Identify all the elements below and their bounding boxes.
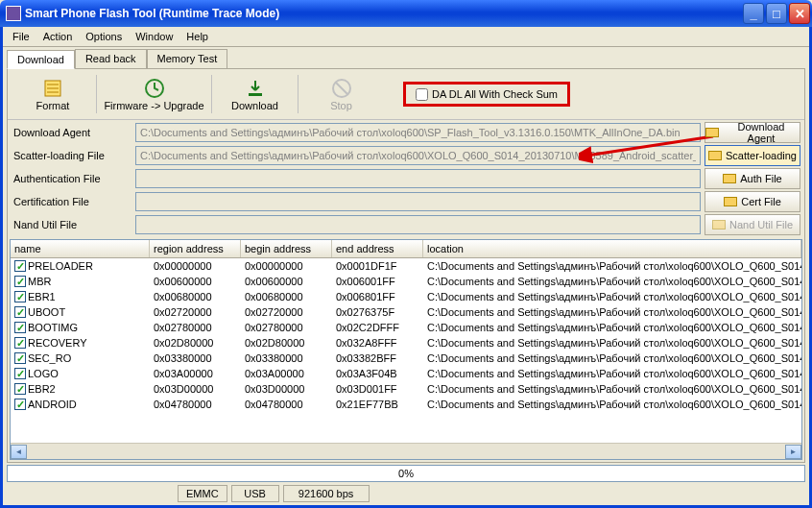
table-row[interactable]: ✓PRELOADER0x000000000x000000000x0001DF1F…: [11, 258, 801, 274]
scatter-label: Scatter-loading File: [12, 148, 131, 163]
row-checkbox[interactable]: ✓: [14, 260, 26, 272]
scroll-left-button[interactable]: ◄: [11, 445, 27, 459]
table-row[interactable]: ✓BOOTIMG0x027800000x027800000x02C2DFFFC:…: [11, 320, 801, 335]
folder-icon: [712, 220, 726, 230]
checksum-label: DA DL All With Check Sum: [432, 88, 558, 100]
titlebar[interactable]: Smart Phone Flash Tool (Runtime Trace Mo…: [0, 0, 812, 27]
col-begin[interactable]: begin address: [241, 240, 332, 257]
table-row[interactable]: ✓LOGO0x03A000000x03A000000x03A3F04BC:\Do…: [11, 366, 801, 381]
row-checkbox[interactable]: ✓: [14, 291, 26, 302]
table-row[interactable]: ✓EBR20x03D000000x03D000000x03D001FFC:\Do…: [11, 381, 801, 397]
tab-readback[interactable]: Read back: [75, 49, 147, 68]
folder-icon: [705, 128, 719, 137]
scatter-button[interactable]: Scatter-loading: [705, 145, 800, 166]
download-label: Download: [231, 100, 278, 111]
statusbar: EMMC USB 921600 bps: [7, 484, 805, 503]
tab-memtest[interactable]: Memory Test: [147, 49, 228, 68]
row-checkbox[interactable]: ✓: [14, 337, 26, 349]
tab-body: Format Firmware -> Upgrade Download Stop…: [7, 68, 805, 463]
table-row[interactable]: ✓MBR0x006000000x006000000x006001FFC:\Doc…: [11, 274, 801, 289]
status-usb: USB: [231, 485, 279, 502]
row-end: 0x0276375F: [332, 306, 423, 318]
row-begin: 0x03380000: [241, 352, 332, 364]
col-location[interactable]: location: [423, 240, 801, 257]
row-name: EBR1: [28, 291, 56, 302]
menubar: File Action Options Window Help: [3, 27, 809, 47]
row-end: 0x03A3F04B: [332, 368, 423, 379]
table-row[interactable]: ✓EBR10x006800000x006800000x006801FFC:\Do…: [11, 289, 801, 304]
toolbar: Format Firmware -> Upgrade Download Stop…: [8, 69, 804, 120]
row-end: 0x03382BFF: [332, 352, 423, 364]
nand-button[interactable]: Nand Util File: [705, 214, 800, 235]
row-location: C:\Documents and Settings\админъ\Рабочий…: [423, 276, 801, 287]
row-end: 0x006801FF: [332, 291, 423, 302]
row-name: SEC_RO: [28, 352, 71, 364]
table-row[interactable]: ✓UBOOT0x027200000x027200000x0276375FC:\D…: [11, 304, 801, 320]
table-header: name region address begin address end ad…: [11, 240, 801, 258]
menu-file[interactable]: File: [7, 29, 36, 44]
row-checkbox[interactable]: ✓: [14, 306, 26, 318]
checksum-checkbox[interactable]: [416, 88, 428, 101]
table-row[interactable]: ✓ANDROID0x047800000x047800000x21EF77BBC:…: [11, 397, 801, 412]
row-checkbox[interactable]: ✓: [14, 352, 26, 364]
menu-window[interactable]: Window: [130, 29, 179, 44]
format-button[interactable]: Format: [10, 75, 96, 113]
btn-label: Nand Util File: [729, 219, 793, 230]
folder-icon: [708, 151, 722, 160]
stop-icon: [330, 77, 353, 100]
btn-label: Cert File: [741, 196, 781, 207]
col-name[interactable]: name: [11, 240, 150, 257]
col-end[interactable]: end address: [332, 240, 423, 257]
minimize-button[interactable]: _: [743, 3, 764, 24]
app-icon: [6, 6, 21, 21]
menu-help[interactable]: Help: [180, 29, 214, 44]
btn-label: Download Agent: [723, 121, 800, 144]
download-agent-button[interactable]: Download Agent: [705, 122, 800, 143]
firmware-upgrade-button[interactable]: Firmware -> Upgrade: [96, 75, 211, 113]
row-location: C:\Documents and Settings\админъ\Рабочий…: [423, 306, 801, 318]
maximize-button[interactable]: □: [766, 3, 787, 24]
stop-label: Stop: [330, 100, 352, 111]
firmware-label: Firmware -> Upgrade: [104, 100, 203, 111]
row-location: C:\Documents and Settings\админъ\Рабочий…: [423, 291, 801, 302]
close-button[interactable]: ✕: [789, 3, 810, 24]
row-begin: 0x00680000: [241, 291, 332, 302]
download-button[interactable]: Download: [211, 75, 298, 113]
stop-button[interactable]: Stop: [298, 75, 384, 113]
menu-action[interactable]: Action: [37, 29, 79, 44]
row-checkbox[interactable]: ✓: [14, 368, 26, 379]
row-checkbox[interactable]: ✓: [14, 276, 26, 287]
row-region: 0x02780000: [150, 322, 241, 333]
auth-button[interactable]: Auth File: [705, 168, 800, 189]
row-region: 0x02D80000: [150, 337, 241, 349]
cert-label: Certification File: [12, 194, 131, 209]
auth-path[interactable]: [135, 169, 701, 188]
col-region[interactable]: region address: [150, 240, 241, 257]
row-region: 0x00680000: [150, 291, 241, 302]
row-begin: 0x00600000: [241, 276, 332, 287]
row-begin: 0x02780000: [241, 322, 332, 333]
cert-path[interactable]: [135, 192, 701, 211]
tab-download[interactable]: Download: [7, 50, 75, 69]
h-scrollbar[interactable]: ◄ ►: [11, 443, 801, 459]
menu-options[interactable]: Options: [80, 29, 128, 44]
row-location: C:\Documents and Settings\админъ\Рабочий…: [423, 399, 801, 410]
row-begin: 0x00000000: [241, 260, 332, 272]
row-name: BOOTIMG: [28, 322, 78, 333]
row-checkbox[interactable]: ✓: [14, 322, 26, 333]
row-end: 0x032A8FFF: [332, 337, 423, 349]
table-row[interactable]: ✓SEC_RO0x033800000x033800000x03382BFFC:\…: [11, 351, 801, 366]
cert-button[interactable]: Cert File: [705, 191, 800, 212]
nand-path[interactable]: [135, 215, 701, 234]
row-checkbox[interactable]: ✓: [14, 399, 26, 410]
status-emmc: EMMC: [178, 485, 227, 502]
btn-label: Auth File: [740, 173, 781, 184]
scroll-right-button[interactable]: ►: [785, 445, 801, 459]
row-checkbox[interactable]: ✓: [14, 383, 26, 395]
scatter-path[interactable]: [135, 146, 701, 165]
svg-rect-2: [249, 93, 262, 96]
table-row[interactable]: ✓RECOVERY0x02D800000x02D800000x032A8FFFC…: [11, 335, 801, 351]
btn-label: Scatter-loading: [726, 150, 797, 161]
checksum-box[interactable]: DA DL All With Check Sum: [403, 82, 570, 107]
download-agent-path[interactable]: [135, 123, 701, 142]
